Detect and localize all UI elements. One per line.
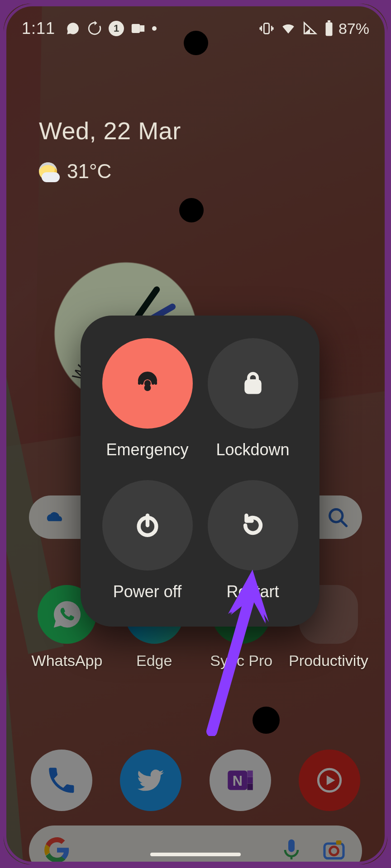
app-label: WhatsApp [32, 652, 103, 670]
svg-text:N: N [232, 773, 242, 789]
svg-line-1 [342, 521, 347, 526]
power-off-button[interactable]: Power off [97, 480, 198, 601]
google-logo-icon [44, 837, 70, 864]
onedrive-icon [42, 505, 65, 529]
svg-rect-19 [246, 381, 259, 392]
restart-icon [208, 480, 298, 571]
onenote-app[interactable]: N [210, 750, 271, 811]
dock: N [31, 750, 360, 811]
svg-rect-14 [325, 23, 332, 36]
at-a-glance-widget[interactable]: Wed, 22 Mar 31°C [39, 117, 181, 183]
power-off-label: Power off [113, 582, 181, 601]
svg-rect-10 [336, 840, 342, 844]
app-label: Edge [136, 652, 172, 670]
lockdown-button[interactable]: Lockdown [202, 338, 303, 459]
wifi-icon [281, 21, 296, 36]
svg-point-0 [330, 509, 343, 522]
outlook-icon [130, 21, 146, 36]
power-icon [102, 480, 193, 571]
status-bar: 1:11 1 87% [4, 4, 387, 53]
notification-count-badge: 1 [109, 21, 124, 36]
phone-app[interactable] [31, 750, 92, 811]
app-label: Sync Pro [210, 652, 272, 670]
search-icon [326, 505, 349, 529]
svg-rect-13 [264, 24, 269, 34]
svg-rect-12 [140, 25, 144, 32]
camera-lens-icon[interactable] [321, 837, 347, 864]
battery-percent: 87% [339, 20, 369, 38]
vibrate-icon [259, 21, 274, 36]
restart-button[interactable]: Restart [202, 480, 303, 601]
mic-icon[interactable] [279, 837, 304, 864]
emergency-button[interactable]: Emergency [97, 338, 198, 459]
restart-label: Restart [226, 582, 279, 601]
youtube-music-app[interactable] [299, 750, 360, 811]
chat-bubble-icon [65, 21, 81, 36]
emergency-label: Emergency [106, 440, 188, 459]
weather-sun-icon [39, 162, 57, 180]
temperature-text: 31°C [67, 160, 111, 183]
svg-rect-15 [328, 20, 330, 23]
power-menu: Emergency Lockdown Power off Restart [81, 316, 319, 627]
more-notifications-icon [152, 26, 157, 31]
twitter-app[interactable] [120, 750, 181, 811]
lock-icon [208, 338, 298, 429]
cell-signal-icon [302, 21, 318, 36]
battery-icon [324, 20, 334, 37]
svg-rect-3 [247, 770, 253, 777]
weather-row: 31°C [39, 160, 181, 183]
phone-screen: Wed, 22 Mar 31°C Wed 22 WhatsApp Ed [4, 4, 387, 864]
sync-status-icon [87, 21, 102, 36]
home-indicator[interactable] [150, 853, 241, 856]
status-time: 1:11 [22, 19, 55, 38]
app-label: Productivity [289, 652, 368, 670]
date-text: Wed, 22 Mar [39, 117, 181, 145]
svg-point-18 [146, 387, 148, 389]
svg-rect-11 [132, 24, 140, 33]
svg-rect-5 [247, 783, 253, 790]
emergency-icon [102, 338, 193, 429]
google-search-bar[interactable] [29, 826, 362, 864]
svg-point-9 [330, 847, 339, 855]
svg-rect-4 [247, 777, 253, 783]
lockdown-label: Lockdown [216, 440, 289, 459]
